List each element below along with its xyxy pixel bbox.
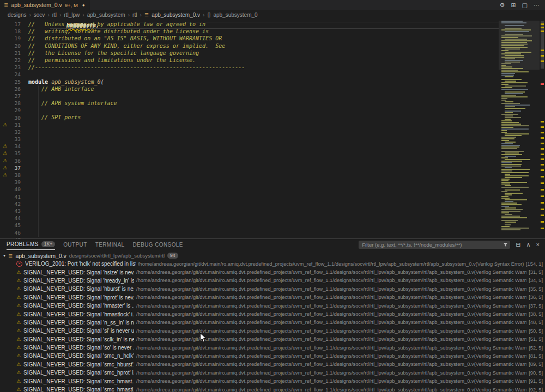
collapse-all-icon[interactable]: ⊟ [516, 239, 520, 250]
problem-row-13[interactable]: ⚠SIGNAL_NEVER_USED: Signal 'smc_hprot' i… [0, 369, 545, 377]
panel-tab-debug-console[interactable]: DEBUG CONSOLE [132, 239, 183, 250]
problems-filter[interactable] [359, 241, 510, 249]
tab-dirty-indicator[interactable]: ● [82, 3, 85, 8]
code-line-46[interactable] [25, 107, 499, 114]
more-actions-icon[interactable]: ⋯ [534, 0, 540, 10]
problem-row-7[interactable]: ⚠SIGNAL_NEVER_USED: Signal 'n_ss_in' is … [0, 318, 545, 327]
minimap[interactable] [499, 20, 540, 238]
problem-row-2[interactable]: ⚠SIGNAL_NEVER_USED: Signal 'hready_in' i… [0, 277, 545, 285]
problem-position: [81, 5] [529, 353, 545, 359]
breadcrumb-file[interactable]: apb_subsystem_0.v [152, 12, 200, 18]
problem-message: SIGNAL_NEVER_USED: Signal 'hready_in' is… [23, 278, 134, 284]
code-line-43[interactable]: // APB system interface [25, 100, 499, 107]
line-number-24[interactable]: 24 [0, 71, 25, 78]
line-number-28[interactable]: 28 [0, 100, 25, 107]
problem-row-11[interactable]: ⚠SIGNAL_NEVER_USED: Signal 'smc_n_hclk' … [0, 352, 545, 360]
line-number-45[interactable]: 45 [0, 222, 25, 229]
code-line-42[interactable] [25, 93, 499, 100]
line-number-36[interactable]: ⚠36 [0, 157, 25, 164]
line-number-22[interactable]: 22 [0, 57, 25, 64]
panel-tab-label: PROBLEMS [7, 241, 39, 247]
line-number-18[interactable]: 18 [0, 28, 25, 35]
line-number-26[interactable]: 26 [0, 85, 25, 93]
ruler-warning-mark [541, 121, 544, 122]
breadcrumb-folder-apb_subsystem[interactable]: apb_subsystem [87, 12, 125, 18]
line-number-42[interactable]: 42 [0, 200, 25, 207]
line-number-39[interactable]: 39 [0, 179, 25, 186]
problem-row-15[interactable]: ⚠SIGNAL_NEVER_USED: Signal 'smc_hmastl..… [0, 385, 545, 392]
line-number-25[interactable]: 25 [0, 78, 25, 85]
breadcrumb-folder-rtl[interactable]: rtl [52, 12, 57, 18]
problem-position: [51, 5] [529, 336, 545, 342]
line-number-34[interactable]: ⚠34 [0, 143, 25, 150]
line-number-27[interactable]: 27 [0, 93, 25, 100]
panel-tab-problems[interactable]: PROBLEMS1K+ [7, 239, 55, 250]
line-number-21[interactable]: 21 [0, 50, 25, 57]
code-line-20[interactable]: // CONDITIONS OF ANY KIND, either expres… [25, 42, 499, 50]
problem-row-4[interactable]: ⚠SIGNAL_NEVER_USED: Signal 'hprot' is ne… [0, 293, 545, 302]
line-number-31[interactable]: ⚠31 [0, 121, 25, 128]
line-number-38[interactable]: ⚠38 [0, 171, 25, 179]
problem-message: SIGNAL_NEVER_USED: Signal 'smc_hprot' i.… [23, 370, 134, 376]
problem-row-8[interactable]: ⚠SIGNAL_NEVER_USED: Signal 'si' is never… [0, 327, 545, 335]
filter-input[interactable] [361, 242, 503, 248]
panel-tab-terminal[interactable]: TERMINAL [95, 239, 125, 250]
filter-funnel-icon[interactable] [503, 240, 508, 249]
line-number-44[interactable]: 44 [0, 215, 25, 222]
code-line-21[interactable]: // the License for the specific language… [25, 50, 499, 57]
problem-row-1[interactable]: ⚠SIGNAL_NEVER_USED: Signal 'hsize' is ne… [0, 268, 545, 276]
line-number-30[interactable]: 30 [0, 114, 25, 121]
line-number-35[interactable]: ⚠35 [0, 150, 25, 157]
breadcrumb-folder-designs[interactable]: designs [8, 12, 26, 18]
code-line-45[interactable]: n_preset, [50, 22, 524, 29]
line-number-19[interactable]: 19 [0, 35, 25, 42]
line-number-32[interactable]: 32 [0, 128, 25, 136]
code-line-23[interactable]: //--------------------------------------… [25, 64, 499, 71]
vscode-window: ≣ apb_subsystem_0.v 9+, M ● ⚙⊞▢⋯ designs… [0, 0, 545, 392]
problem-row-0[interactable]: ×VERILOG_2001: Port 'hclk' not specified… [0, 260, 545, 268]
problems-file-group[interactable]: ▾ ≣ apb_subsystem_0.v designs/socv/rtl/r… [0, 252, 545, 260]
warning-icon: ⚠ [16, 362, 21, 367]
close-panel-icon[interactable]: × [536, 239, 540, 250]
problem-row-3[interactable]: ⚠SIGNAL_NEVER_USED: Signal 'hburst' is n… [0, 285, 545, 293]
line-number-33[interactable]: 33 [0, 136, 25, 143]
code-line-25[interactable]: module apb_subsystem_0( [25, 78, 499, 85]
line-number-43[interactable]: 43 [0, 207, 25, 215]
breadcrumb-folder-socv[interactable]: socv [34, 12, 45, 18]
split-editor-icon[interactable]: ⊞ [511, 0, 516, 10]
problem-row-6[interactable]: ⚠SIGNAL_NEVER_USED: Signal 'hmastlock' i… [0, 310, 545, 318]
layout-icon[interactable]: ▢ [522, 0, 528, 10]
code-line-22[interactable]: // permissions and limitations under the… [25, 57, 499, 64]
problem-row-5[interactable]: ⚠SIGNAL_NEVER_USED: Signal 'hmaster' is … [0, 302, 545, 310]
breadcrumb-symbol[interactable]: apb_subsystem_0 [213, 12, 257, 18]
line-number-37[interactable]: ⚠37 [0, 164, 25, 171]
code-line-26[interactable]: // AHB interface [25, 85, 499, 93]
breadcrumb-folder-rtl[interactable]: rtl [132, 12, 137, 18]
line-number-29[interactable]: 29 [0, 107, 25, 114]
chevron-down-icon[interactable]: ▾ [3, 253, 5, 258]
line-number-20[interactable]: 20 [0, 42, 25, 50]
code-line-19[interactable]: // distributed on an "AS IS" BASIS, WITH… [25, 35, 499, 42]
line-number-40[interactable]: 40 [0, 186, 25, 193]
overview-ruler[interactable] [540, 20, 545, 238]
problem-row-10[interactable]: ⚠SIGNAL_NEVER_USED: Signal 'so' is never… [0, 344, 545, 352]
code-area[interactable]: // Unless required by applicable law or … [25, 21, 499, 121]
code-line-24[interactable] [25, 71, 499, 78]
maximize-panel-icon[interactable]: ∧ [526, 239, 531, 250]
problem-row-14[interactable]: ⚠SIGNAL_NEVER_USED: Signal 'smc_hmast...… [0, 377, 545, 385]
problem-row-9[interactable]: ⚠SIGNAL_NEVER_USED: Signal 'sclk_in' is … [0, 335, 545, 344]
line-number-23[interactable]: 23 [0, 64, 25, 71]
line-number-46[interactable]: 46 [0, 229, 25, 236]
breadcrumb-folder-rtl_lpw[interactable]: rtl_lpw [64, 12, 80, 18]
editor[interactable]: 1718192021222324252627282930⚠313233⚠34⚠3… [0, 20, 545, 238]
line-number-41[interactable]: 41 [0, 193, 25, 200]
problem-row-12[interactable]: ⚠SIGNAL_NEVER_USED: Signal 'smc_hburst'.… [0, 360, 545, 369]
line-number-17[interactable]: 17 [0, 21, 25, 28]
code-line-47[interactable]: // SPI ports [25, 114, 499, 121]
minimap-slider[interactable] [499, 21, 540, 70]
breadcrumb-separator: › [47, 12, 49, 18]
problem-position: [52, 5] [529, 345, 545, 351]
gear-icon[interactable]: ⚙ [500, 0, 505, 10]
panel-tab-output[interactable]: OUTPUT [63, 239, 87, 250]
tab-apb-subsystem-0[interactable]: ≣ apb_subsystem_0.v 9+, M ● [0, 0, 90, 10]
